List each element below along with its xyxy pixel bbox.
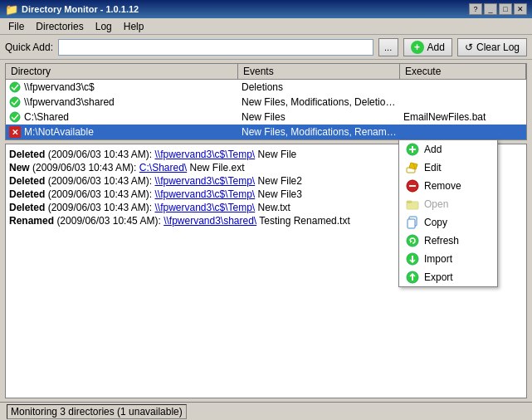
table-header: Directory Events Execute (6, 64, 526, 80)
menu-file[interactable]: File (3, 19, 29, 34)
add-icon (406, 143, 419, 156)
status-ok-icon (9, 111, 21, 123)
app-title: Directory Monitor - 1.0.1.12 (22, 4, 139, 14)
edit-icon (406, 161, 419, 174)
menu-bar: File Directories Log Help (0, 18, 532, 35)
close-btn[interactable]: ✕ (514, 3, 527, 15)
log-link[interactable]: \\fpwervand3\c$\Temp\ (154, 149, 255, 160)
cell-directory-3: C:\Shared (6, 110, 238, 125)
header-execute: Execute (400, 64, 526, 79)
header-events: Events (238, 64, 400, 79)
context-menu-add[interactable]: Add (399, 140, 497, 159)
context-menu-remove[interactable]: Remove (399, 177, 497, 195)
refresh-icon (406, 234, 419, 247)
cell-execute-1 (400, 80, 526, 95)
table-row[interactable]: ✕ M:\NotAvailable New Files, Modificatio… (6, 125, 526, 139)
quick-add-label: Quick Add: (5, 42, 53, 53)
cell-directory-2: \\fpwervand3\shared (6, 95, 238, 110)
window-controls: ? _ □ ✕ (469, 3, 527, 15)
status-error-icon: ✕ (9, 126, 21, 138)
svg-point-1 (10, 97, 20, 107)
menu-help[interactable]: Help (119, 19, 149, 34)
table-row[interactable]: \\fpwervand3\c$ Deletions (6, 80, 526, 95)
maximize-btn[interactable]: □ (499, 3, 512, 15)
toolbar: Quick Add: ... + Add ↺ Clear Log (0, 35, 532, 60)
table-row[interactable]: C:\Shared New Files EmailNewFiles.bat (6, 110, 526, 125)
context-menu-edit[interactable]: Edit (399, 159, 497, 177)
context-menu: Add Edit Remove Open (398, 139, 498, 287)
app-icon: 📁 (5, 3, 18, 16)
import-icon (406, 252, 419, 266)
title-bar: 📁 Directory Monitor - 1.0.1.12 ? _ □ ✕ (0, 0, 532, 18)
quick-add-input[interactable] (58, 39, 373, 56)
cell-execute-4 (400, 125, 526, 139)
menu-log[interactable]: Log (90, 19, 117, 34)
log-link[interactable]: \\fpwervand3\shared\ (164, 215, 256, 227)
table-body: \\fpwervand3\c$ Deletions \\fpwervand3\s… (6, 80, 526, 139)
remove-icon (406, 179, 419, 193)
context-menu-import[interactable]: Import (399, 250, 497, 268)
log-link[interactable]: \\fpwervand3\c$\Temp\ (154, 188, 255, 200)
menu-directories[interactable]: Directories (31, 19, 88, 34)
svg-text:✕: ✕ (12, 128, 18, 137)
cell-events-4: New Files, Modifications, Renames, (238, 125, 400, 139)
clearlog-icon: ↺ (465, 42, 473, 53)
svg-point-0 (10, 82, 20, 92)
cell-directory-1: \\fpwervand3\c$ (6, 80, 238, 95)
cell-execute-2 (400, 95, 526, 110)
copy-icon (406, 216, 419, 229)
log-link[interactable]: \\fpwervand3\c$\Temp\ (154, 202, 255, 213)
cell-directory-4: ✕ M:\NotAvailable (6, 125, 238, 139)
cell-execute-3: EmailNewFiles.bat (400, 110, 526, 125)
browse-button[interactable]: ... (378, 38, 398, 56)
add-icon: + (411, 41, 424, 54)
svg-point-2 (10, 112, 20, 122)
status-text: Monitoring 3 directories (1 unavailable) (7, 404, 187, 419)
log-link[interactable]: C:\Shared\ (139, 162, 187, 173)
header-directory: Directory (6, 64, 238, 79)
export-icon (406, 271, 419, 284)
cell-events-1: Deletions (238, 80, 400, 95)
help-btn[interactable]: ? (469, 3, 482, 15)
directory-table: Directory Events Execute \\fpwervand3\c$… (5, 63, 527, 140)
table-row[interactable]: \\fpwervand3\shared New Files, Modificat… (6, 95, 526, 110)
log-link[interactable]: \\fpwervand3\c$\Temp\ (154, 175, 255, 187)
clear-log-button[interactable]: ↺ Clear Log (457, 38, 527, 56)
add-button[interactable]: + Add (403, 38, 452, 56)
cell-events-3: New Files (238, 110, 400, 125)
context-menu-copy[interactable]: Copy (399, 213, 497, 232)
minimize-btn[interactable]: _ (484, 3, 497, 15)
context-menu-refresh[interactable]: Refresh (399, 232, 497, 250)
cell-events-2: New Files, Modifications, Deletions, ... (238, 95, 400, 110)
open-icon (406, 198, 419, 211)
status-ok-icon (9, 96, 21, 108)
svg-rect-16 (408, 219, 415, 228)
svg-rect-14 (407, 201, 412, 203)
status-bar: Monitoring 3 directories (1 unavailable) (0, 402, 532, 420)
context-menu-open[interactable]: Open (399, 195, 497, 213)
context-menu-export[interactable]: Export (399, 268, 497, 286)
status-ok-icon (9, 81, 21, 93)
